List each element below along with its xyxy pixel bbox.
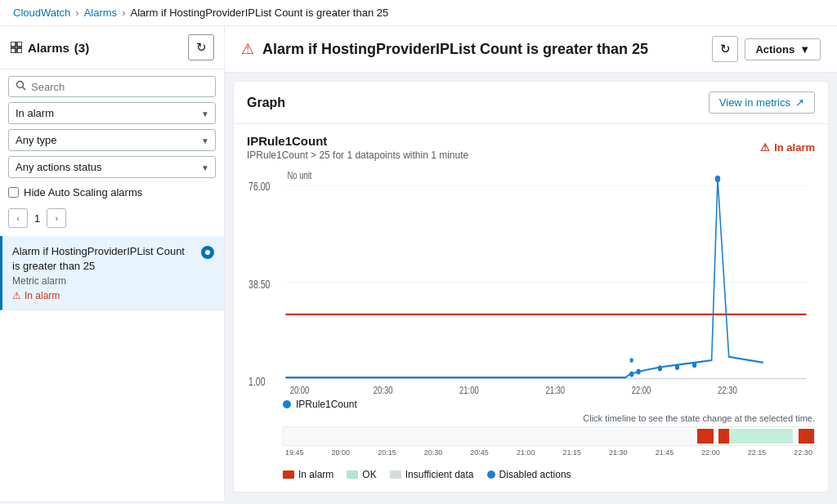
breadcrumb-cloudwatch[interactable]: CloudWatch — [13, 7, 70, 19]
legend-disabled-label: Disabled actions — [499, 469, 571, 480]
alarm-detail-warning-icon: ⚠ — [241, 40, 254, 58]
metric-name: IPRule1Count — [247, 134, 468, 148]
state-filter-wrapper: All In alarm OK Insufficient data ▼ — [8, 102, 216, 124]
legend-insufficient-label: Insufficient data — [405, 469, 474, 480]
grid-icon — [10, 41, 23, 54]
in-alarm-badge: ⚠ In alarm — [760, 141, 815, 154]
svg-text:1.00: 1.00 — [248, 376, 266, 389]
legend-iprule-label: IPRule1Count — [296, 399, 357, 410]
graph-header: Graph View in metrics ↗ — [234, 82, 828, 124]
search-box — [8, 76, 216, 97]
actions-chevron-icon: ▼ — [799, 43, 810, 56]
alarm-header-right: ↻ Actions ▼ — [712, 36, 821, 62]
chart-legend: In alarm OK Insufficient data Disabled a… — [247, 464, 815, 482]
alarm-item-status: ⚠ In alarm — [12, 290, 195, 301]
legend-in-alarm: In alarm — [283, 469, 333, 480]
prev-page-button[interactable]: ‹ — [8, 208, 28, 228]
legend-ok-label: OK — [362, 469, 376, 480]
timeline-alarm-segment2 — [718, 429, 729, 444]
svg-rect-1 — [17, 42, 22, 47]
timeline-alarm-segment3 — [799, 429, 814, 444]
hide-autoscaling-row: Hide Auto Scaling alarms — [8, 183, 216, 202]
svg-text:76.00: 76.00 — [248, 181, 270, 194]
sidebar-header: Alarms (3) ↻ — [0, 26, 224, 69]
timeline-alarm-segment1 — [697, 429, 713, 444]
breadcrumb-sep2: › — [122, 7, 125, 19]
content-area: ⚠ Alarm if HostingProviderIPList Count i… — [225, 26, 837, 501]
svg-rect-3 — [17, 48, 22, 53]
legend-ok: OK — [347, 469, 376, 480]
graph-title: Graph — [247, 96, 285, 110]
graph-body: IPRule1Count IPRule1Count > 25 for 1 dat… — [234, 124, 828, 492]
search-input[interactable] — [31, 81, 208, 93]
svg-point-4 — [17, 82, 24, 88]
actions-filter-wrapper: Any actions status Actions enabled Actio… — [8, 156, 216, 178]
pagination-row: ‹ 1 › — [8, 207, 216, 230]
type-filter-wrapper: Any type Metric alarm Composite alarm ▼ — [8, 129, 216, 151]
next-page-button[interactable]: › — [47, 208, 66, 228]
search-icon — [16, 80, 26, 93]
external-link-icon: ↗ — [795, 96, 804, 109]
metric-status-row: IPRule1Count IPRule1Count > 25 for 1 dat… — [247, 134, 815, 161]
alarm-item-type: Metric alarm — [12, 275, 195, 287]
legend-in-alarm-label: In alarm — [298, 469, 333, 480]
metric-desc: IPRule1Count > 25 for 1 datapoints withi… — [247, 149, 468, 161]
alarm-list: Alarm if HostingProviderIPList Count is … — [0, 236, 224, 501]
chart-svg: 76.00 38.50 1.00 20:00 20:30 21:0 — [247, 167, 815, 397]
hide-autoscaling-checkbox[interactable] — [8, 187, 19, 198]
legend-ok-rect — [347, 471, 358, 479]
state-filter-select[interactable]: All In alarm OK Insufficient data — [8, 102, 216, 124]
alarm-item-name: Alarm if HostingProviderIPList Count is … — [12, 244, 195, 274]
graph-panel: Graph View in metrics ↗ IPRule1Count IPR… — [233, 81, 829, 493]
svg-rect-0 — [11, 42, 16, 47]
alarm-detail-title: Alarm if HostingProviderIPList Count is … — [262, 41, 648, 58]
svg-line-5 — [23, 87, 26, 91]
legend-insufficient-rect — [390, 471, 401, 479]
sidebar-title: Alarms (3) — [10, 41, 89, 55]
svg-text:21:00: 21:00 — [459, 384, 479, 395]
view-metrics-button[interactable]: View in metrics ↗ — [709, 91, 815, 114]
alarm-detail-header: ⚠ Alarm if HostingProviderIPList Count i… — [225, 26, 837, 73]
sidebar-refresh-button[interactable]: ↻ — [188, 34, 214, 60]
alarm-status-text: In alarm — [25, 290, 60, 301]
breadcrumb-current: Alarm if HostingProviderIPList Count is … — [130, 7, 388, 19]
in-alarm-icon: ⚠ — [760, 141, 770, 154]
breadcrumb: CloudWatch › Alarms › Alarm if HostingPr… — [0, 0, 837, 26]
sidebar-title-text: Alarms — [28, 41, 69, 55]
legend-disabled-dot — [487, 471, 495, 479]
actions-label: Actions — [755, 43, 794, 56]
alarm-warning-icon: ⚠ — [12, 290, 21, 301]
list-item[interactable]: Alarm if HostingProviderIPList Count is … — [0, 236, 224, 310]
sidebar-count: (3) — [74, 41, 89, 55]
page-number: 1 — [34, 212, 40, 225]
alarm-selected-indicator — [201, 246, 214, 259]
svg-text:20:00: 20:00 — [290, 384, 310, 395]
svg-point-28 — [630, 358, 633, 363]
chart-container[interactable]: 76.00 38.50 1.00 20:00 20:30 21:0 — [247, 167, 815, 397]
actions-filter-select[interactable]: Any actions status Actions enabled Actio… — [8, 156, 216, 178]
legend-in-alarm-rect — [283, 471, 294, 479]
timeline-hint: Click timeline to see the state change a… — [247, 412, 815, 425]
breadcrumb-alarms[interactable]: Alarms — [84, 7, 117, 19]
type-filter-select[interactable]: Any type Metric alarm Composite alarm — [8, 129, 216, 151]
alarm-item-content: Alarm if HostingProviderIPList Count is … — [12, 244, 195, 301]
svg-text:No unit: No unit — [287, 170, 312, 181]
svg-point-27 — [715, 176, 720, 182]
alarm-header-left: ⚠ Alarm if HostingProviderIPList Count i… — [241, 40, 648, 58]
svg-text:20:30: 20:30 — [374, 384, 393, 395]
sidebar-controls: All In alarm OK Insufficient data ▼ Any … — [0, 69, 224, 236]
actions-button[interactable]: Actions ▼ — [745, 38, 821, 60]
svg-text:22:00: 22:00 — [632, 384, 651, 395]
sidebar: Alarms (3) ↻ All In alarm — [0, 26, 225, 501]
svg-rect-2 — [11, 48, 16, 53]
detail-refresh-button[interactable]: ↻ — [712, 36, 738, 62]
svg-text:38.50: 38.50 — [248, 278, 270, 291]
legend-insufficient: Insufficient data — [390, 469, 474, 480]
svg-text:22:30: 22:30 — [718, 384, 737, 395]
legend-disabled: Disabled actions — [487, 469, 571, 480]
breadcrumb-sep1: › — [75, 7, 78, 19]
timeline-ok-segment — [729, 429, 793, 444]
hide-autoscaling-label: Hide Auto Scaling alarms — [24, 186, 142, 198]
in-alarm-text: In alarm — [774, 141, 815, 154]
legend-iprule-dot — [283, 400, 291, 408]
